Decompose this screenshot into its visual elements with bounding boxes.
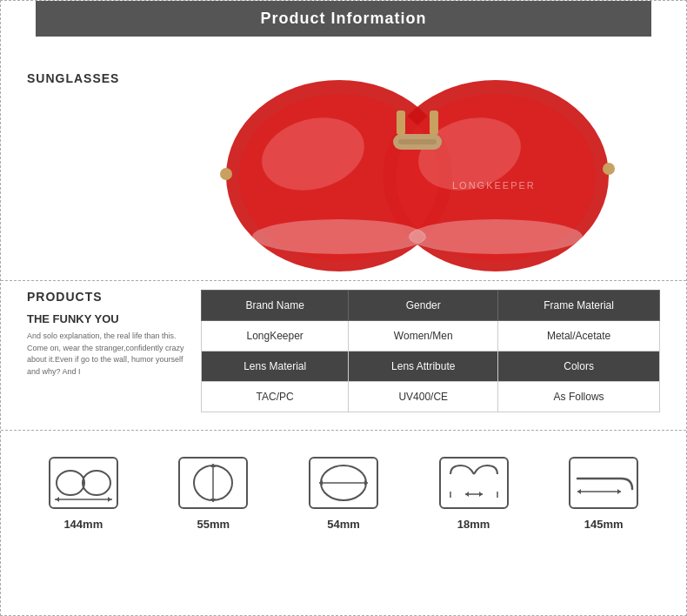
svg-marker-35: [479, 492, 483, 497]
dim-icon-total-width: [49, 457, 118, 509]
sunglasses-image-area: LONGKEEPER: [175, 54, 660, 280]
top-section: SUNGLASSES: [1, 37, 686, 280]
product-info-table: Brand Name Gender Frame Material LongKee…: [201, 290, 660, 412]
dim-label-temple: 145mm: [584, 518, 624, 531]
svg-point-14: [409, 219, 583, 254]
svg-point-16: [603, 163, 615, 175]
products-label: PRODUCTS: [27, 290, 188, 304]
dim-icon-bridge: [439, 457, 509, 509]
table-row-headers2: Lens Material Lens Attribute Colors: [202, 352, 660, 382]
svg-rect-7: [398, 139, 437, 144]
products-left: PRODUCTS THE FUNKY YOU And solo explanat…: [27, 290, 201, 412]
frame-material-value: Metal/Acetate: [498, 321, 660, 352]
dimensions-section: 144mm 55mm 54mm: [1, 431, 686, 548]
svg-text:LONGKEEPER: LONGKEEPER: [452, 180, 536, 191]
col-brand-name: Brand Name: [202, 291, 349, 321]
dim-icon-temple: [569, 457, 638, 509]
svg-marker-34: [465, 492, 469, 497]
dimension-total-width: 144mm: [49, 457, 118, 531]
colors-value: As Follows: [498, 382, 660, 412]
brand-desc: And solo explanation, the real life than…: [27, 331, 188, 378]
svg-marker-22: [108, 497, 111, 502]
svg-marker-21: [56, 497, 59, 502]
dimension-lens-height: 55mm: [178, 457, 248, 531]
svg-marker-38: [617, 489, 621, 494]
lens-attribute-value: UV400/CE: [349, 382, 498, 412]
dim-label-lens-width: 54mm: [327, 518, 360, 531]
product-info-header: Product Information: [36, 1, 651, 37]
brand-name: THE FUNKY YOU: [27, 312, 188, 325]
table-row: LongKeeper Women/Men Metal/Acetate: [202, 321, 660, 352]
dim-label-bridge: 18mm: [457, 518, 490, 531]
col-gender: Gender: [349, 291, 498, 321]
svg-point-15: [220, 168, 232, 180]
sunglasses-illustration: LONGKEEPER: [200, 54, 635, 280]
lens-material-value: TAC/PC: [202, 382, 349, 412]
dim-label-total-width: 144mm: [63, 518, 103, 531]
dimension-bridge: 18mm: [439, 457, 509, 531]
gender-value: Women/Men: [349, 321, 498, 352]
table-row-2: TAC/PC UV400/CE As Follows: [202, 382, 660, 412]
svg-point-17: [57, 471, 84, 495]
svg-rect-9: [430, 110, 438, 135]
dim-label-lens-height: 55mm: [197, 518, 230, 531]
col-colors: Colors: [498, 352, 660, 382]
svg-point-18: [83, 471, 110, 495]
bottom-section: PRODUCTS THE FUNKY YOU And solo explanat…: [1, 280, 686, 431]
sunglasses-label: SUNGLASSES: [27, 71, 175, 85]
col-frame-material: Frame Material: [498, 291, 660, 321]
brand-value: LongKeeper: [202, 321, 349, 352]
dimension-lens-width: 54mm: [309, 457, 378, 531]
dim-icon-lens-height: [178, 457, 248, 509]
header-title: Product Information: [261, 10, 427, 27]
dimension-temple: 145mm: [569, 457, 638, 531]
svg-marker-37: [577, 489, 581, 494]
svg-point-13: [252, 219, 426, 254]
col-lens-material: Lens Material: [202, 352, 349, 382]
col-lens-attribute: Lens Attribute: [349, 352, 498, 382]
svg-rect-8: [397, 110, 405, 135]
dim-icon-lens-width: [309, 457, 378, 509]
